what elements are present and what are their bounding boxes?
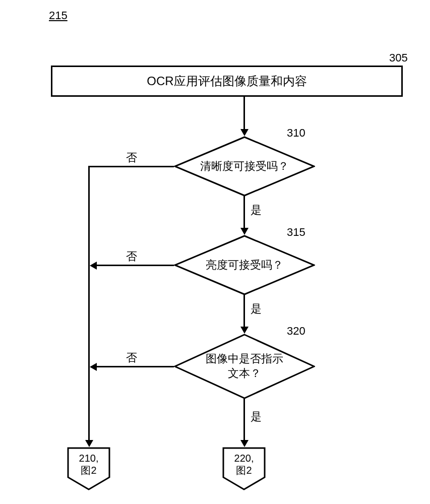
arrowhead-320-no — [90, 363, 97, 371]
connector-210: 210, 图2 — [67, 447, 110, 490]
decision-node-315: 亮度可接受吗？ — [174, 235, 315, 295]
arrow-315-no-h — [97, 265, 174, 266]
decision-node-320: 图像中是否指示 文本？ — [174, 334, 315, 399]
edge-label-315-yes: 是 — [251, 301, 262, 317]
process-text-305: OCR应用评估图像质量和内容 — [147, 73, 306, 89]
arrow-320-no-h — [97, 366, 174, 367]
edge-label-320-no: 否 — [126, 350, 137, 365]
connector-text-220: 220, 图2 — [234, 452, 254, 476]
decision-node-310: 清晰度可接受吗？ — [174, 136, 315, 197]
decision-text-320: 图像中是否指示 文本？ — [206, 352, 283, 381]
connector-text-210: 210, 图2 — [79, 452, 99, 476]
arrowhead-310-yes — [240, 228, 249, 235]
node-label-305: 305 — [389, 51, 408, 65]
decision-text-315: 亮度可接受吗？ — [206, 258, 283, 273]
arrow-320-yes — [243, 398, 245, 441]
arrowhead-320-yes — [240, 440, 249, 447]
process-node-305: OCR应用评估图像质量和内容 — [51, 66, 403, 97]
edge-label-310-no: 否 — [126, 150, 137, 165]
connector-220: 220, 图2 — [222, 447, 266, 490]
edge-label-320-yes: 是 — [251, 409, 262, 424]
arrow-305-310 — [243, 97, 245, 130]
edge-label-310-yes: 是 — [251, 203, 262, 218]
arrow-310-no-h — [88, 166, 174, 167]
arrow-315-yes — [243, 294, 245, 328]
arrowhead-305-310 — [240, 129, 249, 136]
arrowhead-315-no — [90, 262, 97, 270]
arrowhead-315-yes — [240, 327, 249, 334]
edge-label-315-no: 否 — [126, 249, 137, 264]
arrowhead-no-bus — [85, 440, 93, 447]
arrow-310-yes — [243, 196, 245, 229]
page-reference: 215 — [49, 9, 68, 22]
no-bus-vertical — [88, 166, 90, 441]
decision-text-310: 清晰度可接受吗？ — [200, 159, 289, 174]
